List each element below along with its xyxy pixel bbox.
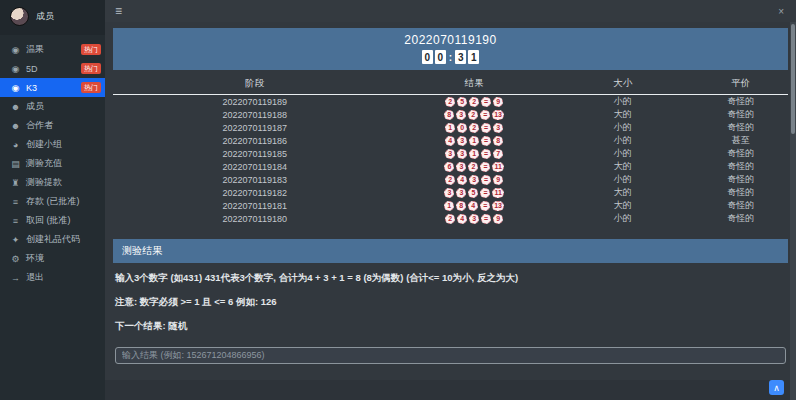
cell-size: 大的 [552, 160, 694, 173]
result-ball: 2 [469, 123, 479, 133]
sidebar-item-7[interactable]: ♜测验提款 [0, 173, 105, 192]
sidebar-item-3[interactable]: ☻成员 [0, 97, 105, 116]
result-ball: 8 [493, 136, 503, 146]
cell-parity: 甚至 [694, 134, 789, 147]
result-input[interactable] [115, 347, 786, 364]
sidebar-item-5[interactable]: ◕创建小组 [0, 135, 105, 154]
cell-size: 大的 [552, 186, 694, 199]
result-ball: 9 [493, 97, 503, 107]
instruction-line-1: 输入3个数字 (如431) 431代表3个数字, 合计为4 + 3 + 1 = … [115, 272, 786, 285]
game-icon: ◉ [9, 83, 22, 93]
menu-icon[interactable]: ≡ [115, 4, 122, 18]
table-row: 2022070119184632=11大的奇怪的 [113, 160, 788, 173]
cell-parity: 奇怪的 [694, 212, 789, 225]
sidebar-item-11[interactable]: ⚙环境 [0, 249, 105, 268]
sidebar-item-10[interactable]: ✦创建礼品代码 [0, 230, 105, 249]
cell-period: 2022070119181 [113, 199, 397, 212]
result-ball: 6 [444, 162, 454, 172]
result-ball: 13 [492, 201, 504, 211]
list-icon: ≡ [9, 216, 22, 226]
scrollbar-thumb[interactable] [791, 24, 795, 134]
result-ball: 2 [445, 97, 455, 107]
hot-badge: 热门 [81, 63, 101, 74]
pie-icon: ◕ [9, 140, 22, 150]
result-ball: = [481, 175, 491, 185]
cell-result: 335=11 [397, 186, 552, 199]
current-period: 2022070119190 [113, 33, 788, 47]
sidebar-item-label: 取回 (批准) [26, 214, 71, 227]
avatar [10, 7, 29, 26]
cell-period: 2022070119180 [113, 212, 397, 225]
sidebar-item-2[interactable]: ◉K3热门 [0, 78, 105, 97]
table-row: 2022070119187102=3小的奇怪的 [113, 121, 788, 134]
sidebar-item-1[interactable]: ◉5D热门 [0, 59, 105, 78]
table-row: 2022070119186431=8小的甚至 [113, 134, 788, 147]
table-header-row: 阶段 结果 大小 平价 [113, 74, 788, 95]
content: 2022070119190 00:31 阶段 结果 大小 平价 20220701… [105, 22, 796, 380]
sidebar-item-4[interactable]: ☻合作者 [0, 116, 105, 135]
result-ball: = [480, 188, 490, 198]
cell-period: 2022070119189 [113, 95, 397, 109]
result-ball: 1 [444, 201, 454, 211]
table-row: 2022070119185331=7小的奇怪的 [113, 147, 788, 160]
table-row: 2022070119183243=9小的奇怪的 [113, 173, 788, 186]
result-panel-title: 测验结果 [113, 239, 788, 263]
cell-parity: 奇怪的 [694, 199, 789, 212]
sidebar-item-label: 存款 (已批准) [26, 195, 80, 208]
cell-result: 632=11 [397, 160, 552, 173]
scrollbar[interactable] [790, 22, 796, 400]
users-icon: ☻ [9, 121, 22, 131]
sidebar-item-8[interactable]: ≡存款 (已批准) [0, 192, 105, 211]
result-ball: = [480, 110, 490, 120]
close-icon[interactable]: × [778, 6, 786, 17]
main-area: ≡ × 2022070119190 00:31 阶段 结果 大小 平价 2022… [105, 0, 796, 400]
cell-size: 小的 [552, 121, 694, 134]
user-name: 成员 [36, 10, 54, 23]
result-ball: = [480, 201, 490, 211]
cell-parity: 奇怪的 [694, 95, 789, 109]
result-ball: 3 [456, 162, 466, 172]
list-icon: ≡ [9, 197, 22, 207]
sidebar-item-12[interactable]: →退出 [0, 268, 105, 287]
sidebar-item-9[interactable]: ≡取回 (批准) [0, 211, 105, 230]
sidebar-item-label: 退出 [26, 271, 44, 284]
sidebar-item-6[interactable]: ▤测验充值 [0, 154, 105, 173]
result-ball: 9 [493, 214, 503, 224]
countdown-digit: 3 [455, 50, 466, 64]
result-ball: 3 [457, 149, 467, 159]
scroll-top-button[interactable]: ∧ [769, 380, 784, 395]
result-ball: 1 [469, 149, 479, 159]
cell-parity: 奇怪的 [694, 121, 789, 134]
app-window: 成员 ◉温果热门◉5D热门◉K3热门☻成员☻合作者◕创建小组▤测验充值♜测验提款… [0, 0, 796, 400]
result-ball: 2 [445, 175, 455, 185]
countdown-timer: 00:31 [113, 50, 788, 64]
result-ball: 13 [492, 110, 504, 120]
hot-badge: 热门 [81, 82, 101, 93]
user-panel[interactable]: 成员 [0, 0, 105, 35]
cell-result: 331=7 [397, 147, 552, 160]
cell-parity: 奇怪的 [694, 160, 789, 173]
table-row: 2022070119188832=13大的奇怪的 [113, 108, 788, 121]
result-ball: 7 [493, 149, 503, 159]
result-ball: = [481, 123, 491, 133]
countdown-digit: 1 [468, 50, 479, 64]
result-ball: 4 [457, 175, 467, 185]
cell-period: 2022070119185 [113, 147, 397, 160]
sidebar-item-0[interactable]: ◉温果热门 [0, 40, 105, 59]
cell-result: 184=13 [397, 199, 552, 212]
countdown-digit: 0 [435, 50, 446, 64]
cell-period: 2022070119186 [113, 134, 397, 147]
cell-parity: 奇怪的 [694, 173, 789, 186]
sidebar-item-label: 5D [26, 64, 38, 74]
result-ball: 3 [493, 123, 503, 133]
result-ball: 3 [469, 214, 479, 224]
sidebar-item-label: 创建礼品代码 [26, 233, 80, 246]
instruction-line-2: 注意: 数字必须 >= 1 且 <= 6 例如: 126 [115, 296, 786, 309]
top-navbar: ≡ × [105, 0, 796, 22]
sidebar-item-label: 创建小组 [26, 138, 62, 151]
sidebar-menu: ◉温果热门◉5D热门◉K3热门☻成员☻合作者◕创建小组▤测验充值♜测验提款≡存款… [0, 40, 105, 287]
instruction-line-3: 下一个结果: 随机 [115, 320, 786, 333]
cell-period: 2022070119182 [113, 186, 397, 199]
game-icon: ◉ [9, 45, 22, 55]
sidebar-item-label: 温果 [26, 43, 44, 56]
